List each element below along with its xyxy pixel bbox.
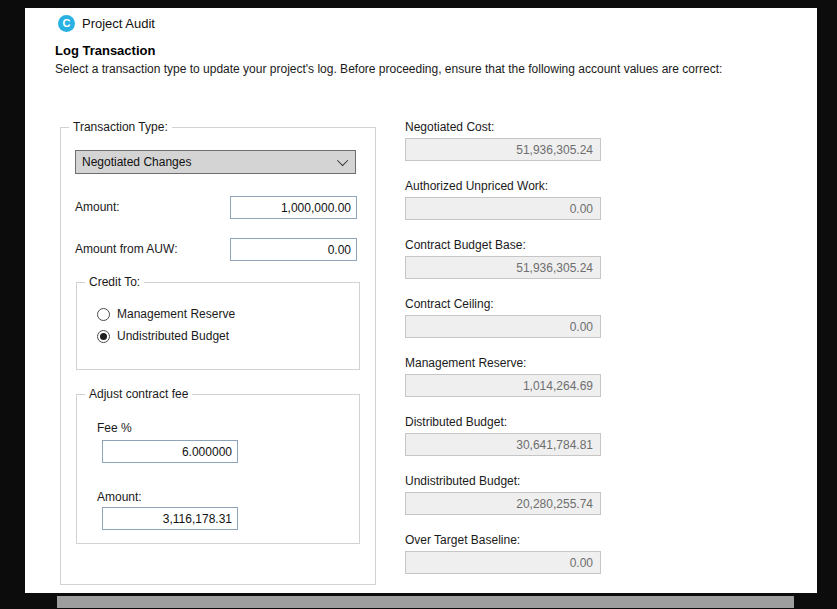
negotiated-cost-value: 51,936,305.24	[405, 138, 601, 161]
authorized-unpriced-work-label: Authorized Unpriced Work:	[405, 179, 601, 193]
field-management-reserve: Management Reserve: 1,014,264.69	[405, 356, 601, 397]
background-window-edge	[57, 596, 794, 608]
page-title: Log Transaction	[55, 43, 155, 58]
window-title: Project Audit	[82, 16, 155, 31]
fee-percent-label: Fee %	[97, 421, 132, 435]
amount-label: Amount:	[75, 196, 120, 218]
adjust-contract-fee-group: Adjust contract fee Fee % Amount:	[76, 394, 360, 544]
account-values-panel: Negotiated Cost: 51,936,305.24 Authorize…	[405, 120, 601, 574]
radio-label-management-reserve: Management Reserve	[117, 307, 235, 321]
management-reserve-label: Management Reserve:	[405, 356, 601, 370]
amount-from-auw-label: Amount from AUW:	[75, 238, 177, 260]
credit-to-group-label: Credit To:	[85, 275, 144, 289]
amount-input[interactable]	[230, 196, 357, 219]
undistributed-budget-label: Undistributed Budget:	[405, 474, 601, 488]
contract-budget-base-value: 51,936,305.24	[405, 256, 601, 279]
over-target-baseline-label: Over Target Baseline:	[405, 533, 601, 547]
page-description: Select a transaction type to update your…	[55, 62, 803, 77]
radio-option-undistributed-budget[interactable]: Undistributed Budget	[97, 329, 229, 343]
radio-label-undistributed-budget: Undistributed Budget	[117, 329, 229, 343]
amount-from-auw-input[interactable]	[230, 238, 357, 261]
field-over-target-baseline: Over Target Baseline: 0.00	[405, 533, 601, 574]
transaction-type-dropdown[interactable]: Negotiated Changes	[75, 150, 356, 174]
negotiated-cost-label: Negotiated Cost:	[405, 120, 601, 134]
undistributed-budget-value: 20,280,255.74	[405, 492, 601, 515]
distributed-budget-label: Distributed Budget:	[405, 415, 601, 429]
transaction-type-group-label: Transaction Type:	[69, 120, 172, 134]
radio-option-management-reserve[interactable]: Management Reserve	[97, 307, 235, 321]
contract-budget-base-label: Contract Budget Base:	[405, 238, 601, 252]
management-reserve-value: 1,014,264.69	[405, 374, 601, 397]
fee-amount-label: Amount:	[97, 490, 142, 504]
field-undistributed-budget: Undistributed Budget: 20,280,255.74	[405, 474, 601, 515]
over-target-baseline-value: 0.00	[405, 551, 601, 574]
chevron-glyph	[337, 155, 348, 166]
project-audit-dialog: C Project Audit Log Transaction Select a…	[25, 8, 817, 593]
field-contract-budget-base: Contract Budget Base: 51,936,305.24	[405, 238, 601, 279]
field-contract-ceiling: Contract Ceiling: 0.00	[405, 297, 601, 338]
app-icon-glyph: C	[63, 18, 71, 29]
transaction-type-group: Transaction Type: Negotiated Changes Amo…	[60, 127, 376, 585]
distributed-budget-value: 30,641,784.81	[405, 433, 601, 456]
fee-amount-input[interactable]	[102, 507, 238, 530]
titlebar: C Project Audit	[58, 15, 155, 32]
contract-ceiling-label: Contract Ceiling:	[405, 297, 601, 311]
authorized-unpriced-work-value: 0.00	[405, 197, 601, 220]
field-distributed-budget: Distributed Budget: 30,641,784.81	[405, 415, 601, 456]
chevron-down-icon[interactable]	[333, 151, 355, 173]
adjust-contract-fee-group-label: Adjust contract fee	[85, 387, 192, 401]
fee-percent-input[interactable]	[102, 440, 238, 463]
field-negotiated-cost: Negotiated Cost: 51,936,305.24	[405, 120, 601, 161]
credit-to-group: Credit To: Management Reserve Undistribu…	[76, 282, 360, 370]
app-icon: C	[58, 15, 75, 32]
transaction-type-selected-value: Negotiated Changes	[76, 155, 333, 169]
radio-button-icon[interactable]	[97, 330, 110, 343]
radio-button-icon[interactable]	[97, 308, 110, 321]
field-authorized-unpriced-work: Authorized Unpriced Work: 0.00	[405, 179, 601, 220]
contract-ceiling-value: 0.00	[405, 315, 601, 338]
